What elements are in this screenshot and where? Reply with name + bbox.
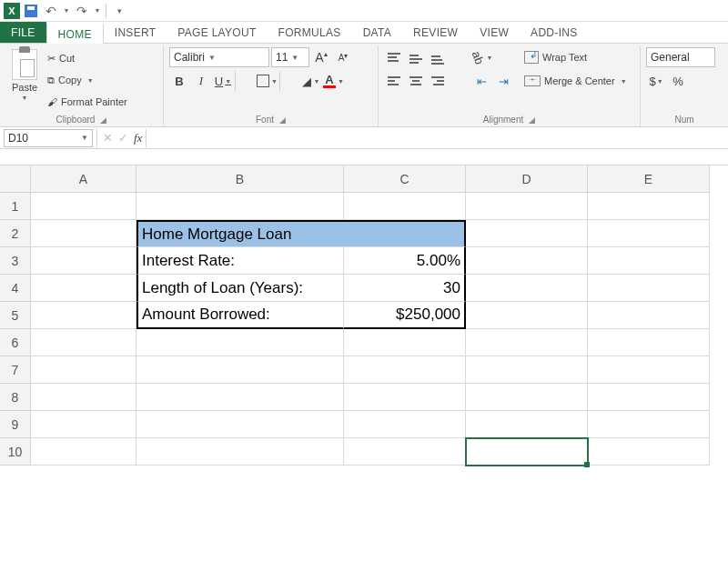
- align-center-button[interactable]: [406, 71, 426, 91]
- cell-A6[interactable]: [31, 329, 136, 356]
- cell-E6[interactable]: [588, 329, 710, 356]
- cell-D6[interactable]: [466, 329, 588, 356]
- cell-C5[interactable]: $250,000: [344, 302, 466, 329]
- align-top-button[interactable]: [384, 47, 404, 67]
- cell-D7[interactable]: [466, 356, 588, 384]
- grow-font-button[interactable]: [311, 47, 331, 67]
- clipboard-launcher[interactable]: ◢: [100, 115, 106, 125]
- tab-home[interactable]: HOME: [46, 23, 104, 44]
- cell-A7[interactable]: [31, 356, 136, 384]
- cell-A8[interactable]: [31, 384, 136, 411]
- cut-button[interactable]: Cut: [47, 49, 127, 67]
- col-header-B[interactable]: B: [136, 165, 344, 193]
- cell-A2[interactable]: [31, 220, 136, 247]
- cell-B1[interactable]: [136, 193, 344, 220]
- cell-B8[interactable]: [136, 384, 344, 411]
- redo-button[interactable]: [73, 2, 91, 20]
- row-header-9[interactable]: 9: [0, 411, 31, 438]
- cell-D1[interactable]: [466, 193, 588, 220]
- align-middle-button[interactable]: [406, 47, 426, 67]
- cell-B7[interactable]: [136, 356, 344, 384]
- accounting-format-button[interactable]: $▼: [646, 71, 666, 91]
- cell-A3[interactable]: [31, 247, 136, 275]
- align-left-button[interactable]: [384, 71, 404, 91]
- font-color-button[interactable]: A▼: [323, 71, 344, 91]
- cell-D8[interactable]: [466, 384, 588, 411]
- align-right-button[interactable]: [428, 71, 448, 91]
- merge-center-button[interactable]: Merge & Center▼: [524, 71, 627, 91]
- tab-file[interactable]: FILE: [0, 22, 46, 43]
- cell-D5[interactable]: [466, 302, 588, 329]
- row-header-4[interactable]: 4: [0, 275, 31, 302]
- row-header-5[interactable]: 5: [0, 302, 31, 329]
- col-header-C[interactable]: C: [344, 165, 466, 193]
- tab-page-layout[interactable]: PAGE LAYOUT: [167, 22, 267, 43]
- cell-A9[interactable]: [31, 411, 136, 438]
- row-header-7[interactable]: 7: [0, 356, 31, 384]
- cell-E2[interactable]: [588, 220, 710, 247]
- cell-C7[interactable]: [344, 356, 466, 384]
- cell-E7[interactable]: [588, 356, 710, 384]
- row-header-6[interactable]: 6: [0, 329, 31, 356]
- formula-input[interactable]: [146, 129, 728, 147]
- bold-button[interactable]: B: [169, 71, 189, 91]
- row-header-3[interactable]: 3: [0, 247, 31, 275]
- cell-B10[interactable]: [136, 438, 344, 466]
- alignment-launcher[interactable]: ◢: [529, 115, 535, 125]
- cell-C1[interactable]: [344, 193, 466, 220]
- cell-D2[interactable]: [466, 220, 588, 247]
- font-launcher[interactable]: ◢: [279, 115, 286, 125]
- select-all-corner[interactable]: [0, 165, 31, 193]
- cell-E5[interactable]: [588, 302, 710, 329]
- undo-dropdown[interactable]: ▼: [62, 2, 71, 20]
- cell-C6[interactable]: [344, 329, 466, 356]
- cell-C4[interactable]: 30: [344, 275, 466, 302]
- border-button[interactable]: ▼: [257, 71, 278, 91]
- cell-A4[interactable]: [31, 275, 136, 302]
- tab-data[interactable]: DATA: [352, 22, 402, 43]
- cell-C9[interactable]: [344, 411, 466, 438]
- redo-dropdown[interactable]: ▼: [93, 2, 102, 20]
- tab-addins[interactable]: ADD-INS: [520, 22, 588, 43]
- row-header-8[interactable]: 8: [0, 384, 31, 411]
- paste-button[interactable]: Paste ▼: [5, 47, 44, 101]
- percent-format-button[interactable]: %: [668, 71, 688, 91]
- orientation-button[interactable]: ab▼: [471, 47, 492, 67]
- row-header-10[interactable]: 10: [0, 438, 31, 466]
- font-size-combo[interactable]: 11▼: [271, 47, 309, 67]
- cell-A5[interactable]: [31, 302, 136, 329]
- cell-B3[interactable]: Interest Rate:: [136, 247, 344, 275]
- cell-D4[interactable]: [466, 275, 588, 302]
- cell-E3[interactable]: [588, 247, 710, 275]
- cell-C8[interactable]: [344, 384, 466, 411]
- cell-B2-C2-title[interactable]: Home Mortgage Loan: [136, 220, 466, 247]
- save-button[interactable]: [22, 2, 40, 20]
- cancel-formula-icon[interactable]: ✕: [103, 131, 113, 145]
- cell-E4[interactable]: [588, 275, 710, 302]
- number-format-combo[interactable]: General: [646, 47, 715, 67]
- cell-D3[interactable]: [466, 247, 588, 275]
- fill-color-button[interactable]: ◢▼: [301, 71, 321, 91]
- cell-E1[interactable]: [588, 193, 710, 220]
- tab-insert[interactable]: INSERT: [104, 22, 167, 43]
- tab-view[interactable]: VIEW: [469, 22, 520, 43]
- format-painter-button[interactable]: Format Painter: [47, 93, 127, 111]
- cell-A10[interactable]: [31, 438, 136, 466]
- row-header-2[interactable]: 2: [0, 220, 31, 247]
- cell-E10[interactable]: [588, 438, 710, 466]
- cell-C10[interactable]: [344, 438, 466, 466]
- tab-review[interactable]: REVIEW: [402, 22, 469, 43]
- decrease-indent-button[interactable]: ⇤: [471, 71, 491, 91]
- cell-B6[interactable]: [136, 329, 344, 356]
- cell-A1[interactable]: [31, 193, 136, 220]
- cell-D10[interactable]: [466, 438, 588, 466]
- row-header-1[interactable]: 1: [0, 193, 31, 220]
- shrink-font-button[interactable]: [333, 47, 353, 67]
- cell-E9[interactable]: [588, 411, 710, 438]
- cell-B9[interactable]: [136, 411, 344, 438]
- col-header-D[interactable]: D: [466, 165, 588, 193]
- italic-button[interactable]: I: [191, 71, 211, 91]
- cell-E8[interactable]: [588, 384, 710, 411]
- wrap-text-button[interactable]: Wrap Text: [524, 47, 627, 67]
- name-box[interactable]: D10▼: [4, 129, 93, 147]
